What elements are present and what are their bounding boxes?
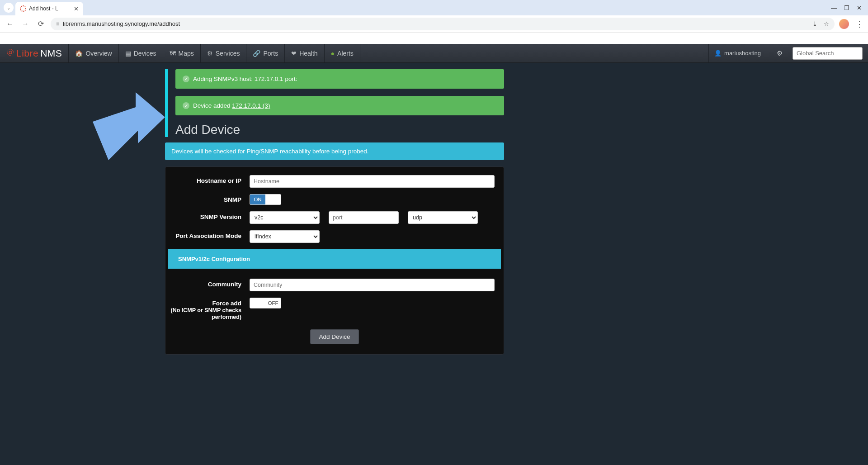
nav-user[interactable]: 👤mariushosting [708,44,766,62]
add-device-form: Hostname or IP SNMP ON SNMP Version [165,166,504,355]
alert-icon: ● [331,50,335,57]
svg-marker-2 [93,92,165,160]
port-input[interactable] [329,211,399,224]
nav-devices[interactable]: ▤Devices [119,44,163,62]
snmp-toggle[interactable]: ON [250,194,281,205]
snmp-version-label: SNMP Version [168,211,250,220]
browser-tab[interactable]: Add host - L ✕ [15,2,83,15]
forward-button[interactable]: → [20,20,31,28]
toggle-handle [265,195,281,204]
force-add-sublabel: (No ICMP or SNMP checks performed) [170,307,241,320]
nav-health[interactable]: ❤Health [285,44,324,62]
browser-menu-icon[interactable]: ⋮ [855,19,863,29]
nav-maps[interactable]: 🗺Maps [163,44,201,62]
device-link[interactable]: 172.17.0.1 (3) [232,102,270,109]
map-icon: 🗺 [170,50,176,57]
app-navbar: LibreNMS 🏠Overview ▤Devices 🗺Maps ⚙Servi… [0,44,868,63]
browser-tab-strip: ⌄ Add host - L ✕ — ❐ ✕ [0,0,868,15]
force-add-toggle[interactable]: OFF [250,298,281,308]
url-text: librenms.mariushosting.synology.me/addho… [63,20,180,27]
nav-ports[interactable]: 🔗Ports [246,44,285,62]
app-root: LibreNMS 🏠Overview ▤Devices 🗺Maps ⚙Servi… [0,44,868,465]
nav-label: Overview [85,50,112,57]
alert-success-1: ✓ Adding SNMPv3 host: 172.17.0.1 port: [175,69,504,89]
check-icon: ✓ [183,76,189,82]
heartbeat-icon: ❤ [291,50,297,57]
nav-alerts[interactable]: ●Alerts [325,44,360,62]
bookmark-icon[interactable]: ☆ [824,20,829,27]
reload-button[interactable]: ⟳ [35,19,46,28]
nav-label: Services [216,50,240,57]
username: mariushosting [724,50,761,57]
info-banner: Devices will be checked for Ping/SNMP re… [165,142,504,160]
home-icon: 🏠 [75,50,83,57]
svg-point-0 [7,49,14,56]
snmp-config-header: SNMPv1/2c Configuration [168,249,501,269]
install-app-icon[interactable]: ⤓ [812,20,817,27]
nav-services[interactable]: ⚙Services [201,44,247,62]
nav-label: Health [299,50,317,57]
toggle-handle [250,298,265,308]
nav-label: Ports [263,50,278,57]
force-add-label: Force add (No ICMP or SNMP checks perfor… [168,298,250,320]
snmp-label: SNMP [168,194,250,203]
app-logo[interactable]: LibreNMS [0,44,69,62]
site-info-icon[interactable]: ≡ [56,21,59,27]
profile-avatar[interactable] [839,19,849,29]
toggle-on-label: ON [250,195,265,204]
add-device-button[interactable]: Add Device [310,329,359,344]
window-maximize-icon[interactable]: ❐ [844,5,849,11]
logo-text-libre: Libre [16,48,38,59]
tab-favicon [20,5,26,12]
hostname-label: Hostname or IP [168,175,250,184]
pam-select[interactable]: ifIndex [250,230,320,243]
alert-text: Adding SNMPv3 host: 172.17.0.1 port: [193,76,297,82]
alert-text: Device added [193,102,232,109]
gear-icon: ⚙ [207,50,213,57]
tab-search-button[interactable]: ⌄ [4,3,14,13]
tab-title: Add host - L [29,5,58,12]
page-title: Add Device [175,123,504,137]
nav-settings[interactable]: ⚙ [771,44,788,62]
nav-label: Alerts [337,50,354,57]
logo-icon [6,48,14,58]
annotation-arrow [86,90,167,162]
whitespace [0,33,868,44]
nav-label: Devices [134,50,156,57]
nav-overview[interactable]: 🏠Overview [69,44,118,62]
window-minimize-icon[interactable]: — [831,5,837,11]
user-icon: 👤 [714,50,722,57]
svg-point-1 [9,51,12,54]
snmp-version-select[interactable]: v2c [250,211,320,224]
tab-close-icon[interactable]: ✕ [74,5,79,12]
alert-success-2: ✓ Device added 172.17.0.1 (3) [175,96,504,115]
toggle-off-label: OFF [265,298,281,308]
nav-label: Maps [179,50,194,57]
logo-text-nms: NMS [40,48,62,59]
pam-label: Port Association Mode [168,230,250,239]
window-close-icon[interactable]: ✕ [857,5,862,11]
transport-select[interactable]: udp [408,211,478,224]
global-search-input[interactable] [793,47,863,60]
hostname-input[interactable] [250,175,495,188]
back-button[interactable]: ← [5,20,15,28]
link-icon: 🔗 [253,50,260,57]
window-controls: — ❐ ✕ [831,5,866,11]
browser-toolbar: ← → ⟳ ≡ librenms.mariushosting.synology.… [0,15,868,33]
community-input[interactable] [250,279,495,291]
check-icon: ✓ [183,102,189,109]
page-content: ✓ Adding SNMPv3 host: 172.17.0.1 port: ✓… [165,63,504,355]
server-icon: ▤ [125,50,131,57]
address-bar[interactable]: ≡ librenms.mariushosting.synology.me/add… [51,18,835,30]
gear-icon: ⚙ [777,49,783,57]
community-label: Community [168,279,250,288]
